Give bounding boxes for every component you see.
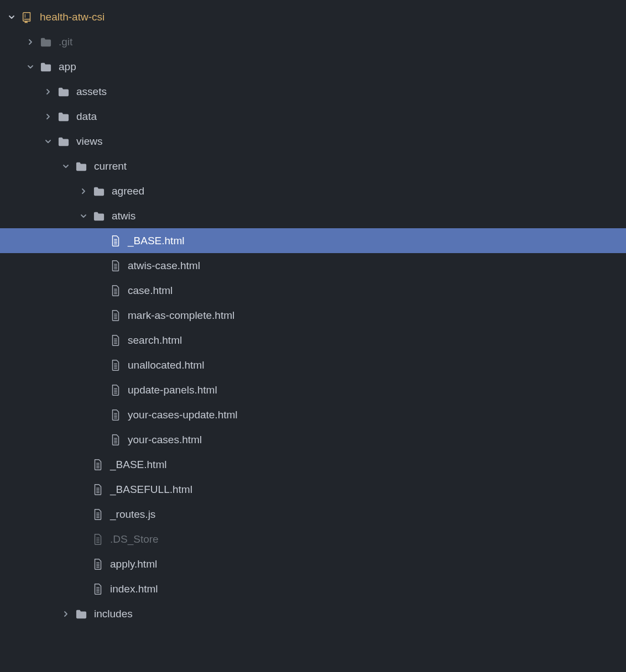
tree-item-label: includes [94, 608, 133, 620]
file-icon [92, 508, 103, 521]
tree-item-label: your-cases.html [128, 434, 202, 446]
file-icon [110, 309, 121, 322]
tree-file[interactable]: update-panels.html [0, 377, 626, 402]
tree-item-label: atwis [112, 210, 135, 222]
tree-file[interactable]: index.html [0, 576, 626, 601]
folder-icon [58, 86, 70, 97]
tree-item-label: apply.html [110, 558, 157, 570]
chevron-right-icon[interactable] [27, 38, 34, 46]
repo-icon [21, 11, 33, 23]
tree-file[interactable]: _BASE.html [0, 228, 626, 253]
folder-icon [58, 136, 70, 147]
tree-folder[interactable]: agreed [0, 179, 626, 203]
file-icon [110, 409, 121, 421]
chevron-right-icon[interactable] [80, 187, 87, 195]
folder-icon [58, 111, 70, 122]
file-icon [92, 459, 103, 471]
file-icon [110, 285, 121, 297]
tree-item-label: current [94, 160, 127, 172]
file-icon [92, 558, 103, 570]
folder-icon [93, 211, 105, 222]
file-icon [92, 484, 103, 496]
chevron-down-icon[interactable] [8, 13, 15, 21]
tree-folder[interactable]: atwis [0, 203, 626, 228]
file-icon [110, 434, 121, 446]
folder-icon [93, 186, 105, 197]
tree-file[interactable]: your-cases-update.html [0, 402, 626, 427]
tree-file[interactable]: search.html [0, 328, 626, 353]
tree-folder[interactable]: .git [0, 29, 626, 54]
file-icon [110, 334, 121, 347]
tree-item-label: assets [76, 86, 107, 98]
tree-item-label: mark-as-complete.html [128, 309, 234, 322]
tree-item-label: your-cases-update.html [128, 409, 238, 421]
tree-item-label: _BASEFULL.html [110, 484, 192, 496]
chevron-down-icon[interactable] [44, 138, 52, 145]
tree-file[interactable]: mark-as-complete.html [0, 303, 626, 328]
tree-item-label: unallocated.html [128, 359, 204, 371]
tree-folder[interactable]: assets [0, 79, 626, 104]
file-icon [92, 583, 103, 595]
tree-item-label: search.html [128, 334, 182, 347]
tree-file[interactable]: your-cases.html [0, 427, 626, 452]
tree-file[interactable]: _routes.js [0, 502, 626, 527]
chevron-down-icon[interactable] [27, 63, 34, 71]
folder-icon [75, 161, 87, 172]
tree-file[interactable]: .DS_Store [0, 527, 626, 552]
tree-file[interactable]: apply.html [0, 552, 626, 576]
tree-folder[interactable]: data [0, 104, 626, 129]
tree-item-label: app [59, 61, 76, 73]
tree-item-label: atwis-case.html [128, 260, 200, 272]
tree-item-label: _routes.js [110, 508, 155, 521]
tree-file[interactable]: atwis-case.html [0, 253, 626, 278]
tree-folder[interactable]: includes [0, 601, 626, 626]
folder-icon [75, 608, 87, 620]
tree-file[interactable]: unallocated.html [0, 353, 626, 377]
chevron-down-icon[interactable] [62, 162, 70, 170]
tree-item-label: _BASE.html [128, 235, 184, 247]
chevron-right-icon[interactable] [62, 610, 70, 618]
tree-item-label: .git [59, 36, 72, 48]
folder-icon [40, 61, 52, 72]
tree-folder[interactable]: app [0, 54, 626, 79]
chevron-right-icon[interactable] [44, 88, 52, 96]
file-icon [110, 235, 121, 247]
tree-item-label: views [76, 135, 103, 148]
tree-item-label: _BASE.html [110, 459, 166, 471]
tree-file[interactable]: _BASEFULL.html [0, 477, 626, 502]
tree-item-label: agreed [112, 185, 144, 197]
tree-item-label: update-panels.html [128, 384, 217, 396]
folder-icon [40, 36, 52, 48]
tree-item-label: index.html [110, 583, 158, 595]
tree-file[interactable]: _BASE.html [0, 452, 626, 477]
tree-folder[interactable]: views [0, 129, 626, 154]
file-icon [92, 533, 103, 545]
tree-file[interactable]: case.html [0, 278, 626, 303]
chevron-down-icon[interactable] [80, 212, 87, 220]
tree-root[interactable]: health-atw-csi [0, 4, 626, 29]
tree-item-label: .DS_Store [110, 533, 159, 545]
chevron-right-icon[interactable] [44, 113, 52, 120]
file-icon [110, 359, 121, 371]
tree-root-label: health-atw-csi [40, 11, 105, 23]
tree-folder[interactable]: current [0, 154, 626, 179]
file-icon [110, 260, 121, 272]
file-tree: health-atw-csi.gitappassetsdataviewscurr… [0, 4, 626, 626]
file-icon [110, 384, 121, 396]
tree-item-label: case.html [128, 285, 173, 297]
tree-item-label: data [76, 111, 97, 123]
